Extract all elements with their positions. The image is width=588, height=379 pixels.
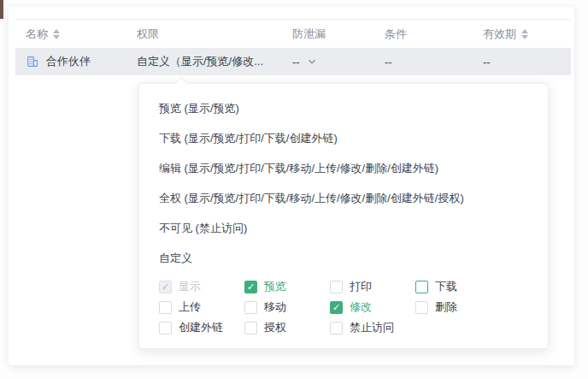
row-condition-value: --	[385, 56, 392, 68]
checkbox-grid: ✓显示✓预览打印下载上传移动✓修改删除创建外链授权禁止访问	[139, 276, 548, 338]
row-validity-value: --	[483, 56, 491, 68]
dropdown-option[interactable]: 不可见 (禁止访问)	[139, 213, 548, 243]
dropdown-option-list: 预览 (显示/预览)下载 (显示/预览/打印/下载/创建外链)编辑 (显示/预览…	[139, 93, 548, 273]
checkbox-label: 移动	[264, 299, 286, 315]
checkbox-item[interactable]: 授权	[244, 320, 330, 335]
table-row[interactable]: 合作伙伴 自定义（显示/预览/修改... -- -- --	[15, 48, 571, 75]
checkbox[interactable]	[415, 301, 428, 314]
column-label: 权限	[137, 27, 159, 42]
screen-edge-artifact	[0, 0, 3, 19]
row-leak-prevention-value: --	[292, 56, 300, 68]
checkbox[interactable]	[330, 281, 343, 293]
checkbox-label: 禁止访问	[350, 320, 394, 335]
organization-icon	[26, 55, 39, 68]
table-header-row: 名称 权限 防泄漏 条件 有效期	[15, 19, 571, 48]
dropdown-notch	[175, 77, 187, 89]
row-name-cell: 合作伙伴	[15, 54, 137, 69]
row-permission-value: 自定义（显示/预览/修改...	[137, 54, 263, 69]
sort-icon[interactable]	[53, 29, 60, 39]
column-label: 防泄漏	[292, 27, 326, 42]
row-permission-cell[interactable]: 自定义（显示/预览/修改...	[137, 54, 292, 69]
checkbox-item: ✓显示	[159, 279, 244, 294]
checkbox-label: 创建外链	[179, 320, 223, 335]
checkbox-label: 显示	[179, 279, 201, 294]
column-label: 名称	[26, 27, 48, 42]
dropdown-option[interactable]: 全权 (显示/预览/打印/下载/移动/上传/修改/删除/创建外链/授权)	[139, 183, 548, 213]
column-header-permission: 权限	[137, 27, 292, 42]
chevron-down-icon[interactable]	[307, 56, 317, 67]
checkbox-label: 修改	[350, 299, 372, 315]
checkbox-checked-icon: ✓	[159, 281, 172, 293]
dropdown-option[interactable]: 下载 (显示/预览/打印/下载/创建外链)	[139, 123, 548, 153]
checkbox-item[interactable]: 创建外链	[159, 320, 244, 335]
column-label: 有效期	[483, 27, 516, 42]
column-header-condition: 条件	[385, 27, 483, 42]
checkbox-checked-icon[interactable]: ✓	[330, 301, 343, 314]
checkbox-label: 下载	[435, 279, 457, 294]
dropdown-option[interactable]: 预览 (显示/预览)	[139, 93, 548, 123]
checkbox[interactable]	[244, 301, 257, 314]
checkbox-item[interactable]: 上传	[159, 299, 244, 315]
column-header-validity[interactable]: 有效期	[483, 27, 571, 42]
column-header-name[interactable]: 名称	[15, 27, 137, 42]
checkbox-item[interactable]: 下载	[415, 279, 501, 294]
column-label: 条件	[385, 27, 407, 42]
checkbox-label: 删除	[435, 299, 457, 315]
checkbox[interactable]	[244, 322, 257, 335]
checkbox-label: 打印	[350, 279, 372, 294]
checkbox-item[interactable]: 打印	[330, 279, 415, 294]
checkbox-checked-icon[interactable]: ✓	[244, 281, 257, 293]
checkbox[interactable]	[159, 322, 172, 335]
checkbox-item[interactable]: 删除	[415, 299, 501, 315]
row-name: 合作伙伴	[46, 54, 91, 69]
permissions-card: 名称 权限 防泄漏 条件 有效期	[9, 7, 574, 365]
permissions-table: 名称 权限 防泄漏 条件 有效期	[15, 19, 571, 75]
permission-dropdown-panel: 预览 (显示/预览)下载 (显示/预览/打印/下载/创建外链)编辑 (显示/预览…	[138, 83, 549, 349]
checkbox-item[interactable]: 移动	[244, 299, 330, 315]
checkbox-label: 上传	[179, 299, 201, 315]
row-leak-prevention-cell[interactable]: --	[292, 56, 385, 68]
checkbox[interactable]	[415, 281, 428, 293]
checkbox-label: 授权	[264, 320, 286, 335]
checkbox-label: 预览	[264, 279, 286, 294]
column-header-leak-prevention: 防泄漏	[292, 27, 385, 42]
checkbox[interactable]	[159, 301, 172, 314]
row-condition-cell: --	[385, 56, 483, 68]
checkbox-item[interactable]: 禁止访问	[330, 320, 415, 335]
checkbox-item[interactable]: ✓修改	[330, 299, 415, 315]
dropdown-option[interactable]: 编辑 (显示/预览/打印/下载/移动/上传/修改/删除/创建外链)	[139, 153, 548, 183]
row-validity-cell: --	[483, 56, 571, 68]
checkbox-item[interactable]: ✓预览	[244, 279, 330, 294]
sort-icon[interactable]	[521, 29, 528, 39]
checkbox[interactable]	[330, 322, 343, 335]
dropdown-option[interactable]: 自定义	[139, 243, 548, 273]
